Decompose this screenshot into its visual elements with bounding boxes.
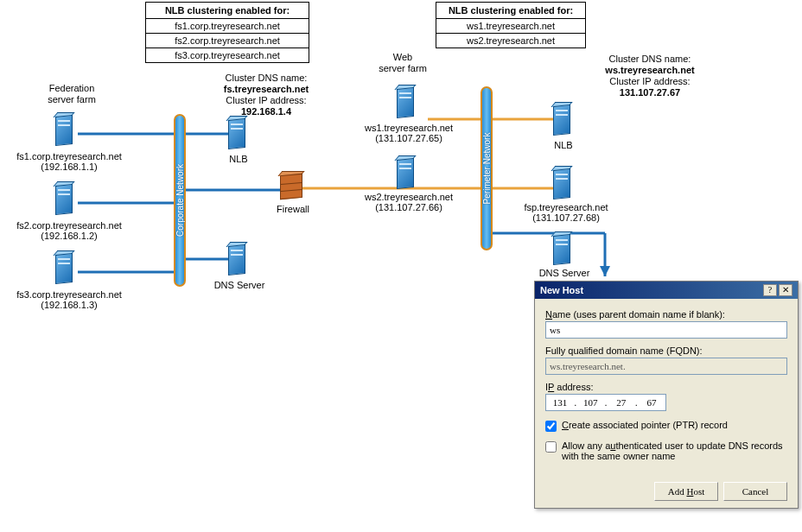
corporate-network-bus: Corporate Network [174,114,186,287]
server-fs2-icon [52,181,78,216]
server-ws2-label: ws2.treyresearch.net(131.107.27.66) [344,192,474,212]
server-fsp-label: fsp.treyresearch.net(131.107.27.68) [508,202,624,223]
server-fsp-icon [550,166,576,200]
server-ws1-icon [393,85,419,119]
allow-update-checkbox[interactable] [545,441,557,453]
ptr-checkbox-label: Create associated pointer (PTR) record [562,420,728,430]
ip-field-label: IP address: [545,382,787,392]
cancel-button[interactable]: Cancel [723,482,787,501]
nlb-right-label: NLB [539,140,588,150]
cluster-dns-value: ws.treyresearch.net [589,65,710,76]
server-nlb-left-icon [225,116,251,150]
fqdn-field-label: Fully qualified domain name (FQDN): [545,345,787,356]
nlb-right-item: ws1.treyresearch.net [436,19,585,34]
server-fs1-icon [52,112,78,147]
cluster-right-info: Cluster DNS name: ws.treyresearch.net Cl… [589,54,710,98]
cluster-dns-value: fs.treyresearch.net [206,84,327,95]
ip-input[interactable]: . . . [545,394,666,411]
server-dns-left-icon [225,242,251,276]
corporate-network-label: Corporate Network [175,164,185,237]
dns-server-left-label: DNS Server [207,280,272,290]
server-dns-right-icon [550,231,576,266]
add-host-button[interactable]: Add Host [654,482,718,501]
ptr-checkbox[interactable] [545,421,557,432]
svg-marker-12 [600,266,610,276]
cluster-ip-value: 192.168.1.4 [206,106,327,117]
allow-update-checkbox-label: Allow any authenticated user to update D… [562,440,787,461]
perimeter-network-bus: Perimeter Network [481,86,493,250]
ip-octet-3[interactable] [608,395,635,410]
server-fs1-label: fs1.corp.treyresearch.net(192.168.1.1) [0,151,138,172]
close-button[interactable]: ✕ [779,284,792,296]
cluster-left-info: Cluster DNS name: fs.treyresearch.net Cl… [206,73,327,117]
cluster-dns-label: Cluster DNS name: [589,54,710,65]
ip-octet-2[interactable] [576,395,604,410]
ip-octet-1[interactable] [546,395,574,410]
server-ws1-label: ws1.treyresearch.net(131.107.27.65) [344,123,474,143]
firewall-label: Firewall [268,204,318,214]
ip-octet-4[interactable] [638,395,665,410]
help-button[interactable]: ? [763,284,777,296]
server-fs3-label: fs3.corp.treyresearch.net(192.168.1.3) [0,289,138,310]
fqdn-input [545,358,787,375]
cluster-dns-label: Cluster DNS name: [206,73,327,84]
firewall-icon [277,171,308,202]
name-input[interactable] [545,321,787,339]
web-farm-label: Web server farm [368,52,437,74]
nlb-left-item: fs1.corp.treyresearch.net [146,19,309,34]
server-fs3-icon [52,250,78,285]
server-fs2-label: fs2.corp.treyresearch.net(192.168.1.2) [0,220,138,241]
nlb-left-label: NLB [214,154,263,164]
dns-server-right-label: DNS Server [531,268,598,278]
nlb-right-box: NLB clustering enabled for: ws1.treyrese… [436,2,586,48]
cluster-ip-label: Cluster IP address: [589,76,710,87]
name-field-label: Name (uses parent domain name if blank): [545,309,787,320]
server-nlb-right-icon [550,102,576,136]
nlb-left-item: fs2.corp.treyresearch.net [146,34,309,48]
fed-farm-label: Federation server farm [33,83,111,105]
perimeter-network-label: Perimeter Network [482,133,492,205]
dialog-title-text: New Host [540,285,583,295]
cluster-ip-value: 131.107.27.67 [589,87,710,98]
cluster-ip-label: Cluster IP address: [206,95,327,106]
nlb-right-header: NLB clustering enabled for: [436,3,585,19]
dialog-titlebar[interactable]: New Host ? ✕ [535,282,798,299]
server-ws2-icon [393,155,419,190]
new-host-dialog: New Host ? ✕ Name (uses parent domain na… [534,281,799,509]
nlb-left-box: NLB clustering enabled for: fs1.corp.tre… [145,2,309,63]
nlb-left-item: fs3.corp.treyresearch.net [146,48,309,62]
nlb-left-header: NLB clustering enabled for: [146,3,309,19]
nlb-right-item: ws2.treyresearch.net [436,34,585,48]
